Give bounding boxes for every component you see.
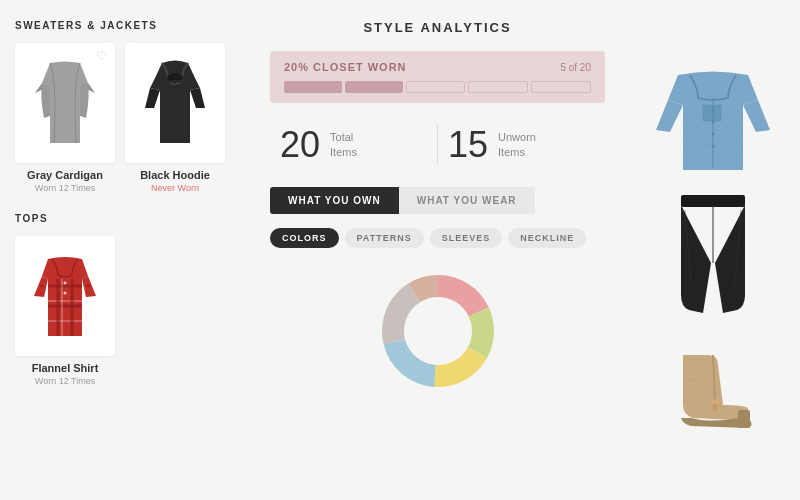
hoodie-image	[140, 58, 210, 148]
tops-grid: Flannel Shirt Worn 12 Times	[15, 236, 235, 386]
left-panel: SWEATERS & JACKETS ♡	[0, 0, 250, 500]
closet-worn-bar: 20% CLOSET WORN 5 of 20	[270, 51, 605, 103]
svg-point-22	[711, 109, 714, 112]
total-number: 20	[280, 127, 320, 163]
svg-point-24	[711, 133, 714, 136]
unworn-stat: 15 UnwornItems	[438, 119, 605, 171]
middle-panel: STYLE ANALYTICS 20% CLOSET WORN 5 of 20 …	[250, 0, 625, 500]
right-panel	[625, 0, 800, 500]
svg-rect-1	[168, 80, 182, 140]
black-pants-image	[673, 195, 753, 335]
closet-worn-header: 20% CLOSET WORN 5 of 20	[284, 61, 591, 73]
heart-icon: ♡	[96, 49, 107, 63]
list-item[interactable]: Black Hoodie Never Worn	[125, 43, 225, 193]
bar-segment-1	[284, 81, 342, 93]
filter-patterns[interactable]: PATTERNS	[345, 228, 424, 248]
sweaters-grid: ♡ Gray Cardigan Worn 12 Times	[15, 43, 235, 193]
bar-segment-5	[531, 81, 591, 93]
bar-segment-4	[468, 81, 528, 93]
flannel-image	[30, 251, 100, 341]
closet-worn-count: 5 of 20	[560, 62, 591, 73]
denim-shirt-image	[648, 60, 778, 180]
donut-chart-container	[270, 266, 605, 396]
clothing-card-cardigan[interactable]: ♡	[15, 43, 115, 163]
bar-segment-3	[406, 81, 466, 93]
svg-point-12	[64, 292, 67, 295]
main-container: SWEATERS & JACKETS ♡	[0, 0, 800, 500]
item-worn-flannel: Worn 12 Times	[35, 376, 95, 386]
item-name-flannel: Flannel Shirt	[32, 362, 99, 374]
boots-item	[653, 350, 773, 440]
unworn-label: UnwornItems	[498, 130, 536, 161]
bar-segment-2	[345, 81, 403, 93]
filter-row: COLORS PATTERNS SLEEVES NECKLINE	[270, 228, 605, 248]
filter-neckline[interactable]: NECKLINE	[508, 228, 586, 248]
filter-colors[interactable]: COLORS	[270, 228, 339, 248]
toggle-row: WHAT YOU OWN WHAT YOU WEAR	[270, 187, 605, 214]
denim-shirt-item	[648, 60, 778, 180]
svg-point-23	[711, 121, 714, 124]
item-name-hoodie: Black Hoodie	[140, 169, 210, 181]
total-label: TotalItems	[330, 130, 357, 161]
list-item[interactable]: ♡ Gray Cardigan Worn 12 Times	[15, 43, 115, 193]
closet-worn-label: 20% CLOSET WORN	[284, 61, 407, 73]
cardigan-image	[30, 58, 100, 148]
svg-rect-34	[738, 410, 750, 428]
donut-chart	[373, 266, 503, 396]
svg-point-11	[64, 282, 67, 285]
clothing-card-hoodie[interactable]	[125, 43, 225, 163]
filter-sleeves[interactable]: SLEEVES	[430, 228, 503, 248]
svg-point-19	[410, 303, 466, 359]
svg-rect-33	[713, 404, 717, 410]
item-name-cardigan: Gray Cardigan	[27, 169, 103, 181]
bar-segments	[284, 81, 591, 93]
item-worn-hoodie: Never Worn	[151, 183, 199, 193]
analytics-title: STYLE ANALYTICS	[270, 20, 605, 35]
section-tops-title: TOPS	[15, 213, 235, 224]
total-stat: 20 TotalItems	[270, 119, 437, 171]
svg-rect-20	[703, 105, 721, 121]
unworn-number: 15	[448, 127, 488, 163]
boots-image	[653, 350, 773, 440]
stats-row: 20 TotalItems 15 UnwornItems	[270, 119, 605, 171]
list-item[interactable]: Flannel Shirt Worn 12 Times	[15, 236, 115, 386]
item-worn-cardigan: Worn 12 Times	[35, 183, 95, 193]
section-sweaters-title: SWEATERS & JACKETS	[15, 20, 235, 31]
toggle-wear-button[interactable]: WHAT YOU WEAR	[399, 187, 535, 214]
toggle-own-button[interactable]: WHAT YOU OWN	[270, 187, 399, 214]
black-pants-item	[673, 195, 753, 335]
clothing-card-flannel[interactable]	[15, 236, 115, 356]
